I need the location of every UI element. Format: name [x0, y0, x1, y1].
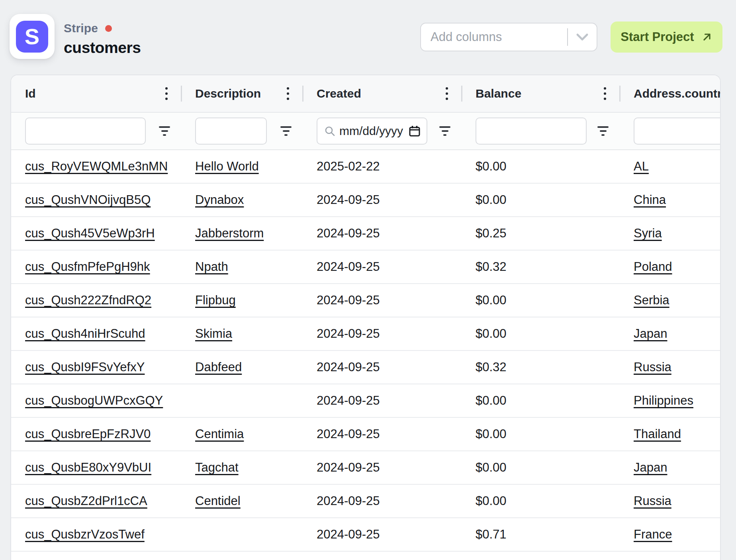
- column-menu-icon[interactable]: [165, 87, 168, 100]
- filter-icon[interactable]: [159, 126, 170, 136]
- column-menu-icon[interactable]: [287, 87, 289, 100]
- created-value: 2024-09-25: [317, 226, 380, 241]
- description-link[interactable]: Npath: [195, 260, 228, 274]
- status-dot: [105, 25, 112, 32]
- balance-value: $0.00: [476, 394, 507, 408]
- address-country-filter-input[interactable]: [634, 117, 721, 145]
- balance-value: $0.00: [476, 159, 507, 174]
- created-value: 2024-09-25: [317, 260, 380, 274]
- table-row: cus_Qush222ZfndRQ2 Flipbug 2024-09-25 $0…: [11, 284, 720, 317]
- created-value: 2025-02-22: [317, 159, 380, 174]
- customer-id-link[interactable]: cus_QusbE80xY9VbUI: [25, 460, 151, 475]
- description-link[interactable]: Centimia: [195, 427, 244, 441]
- description-link[interactable]: Dynabox: [195, 193, 244, 207]
- country-link[interactable]: Syria: [634, 226, 662, 241]
- table-row: cus_QusfmPfePgH9hk Npath 2024-09-25 $0.3…: [11, 251, 720, 284]
- country-link[interactable]: Poland: [634, 260, 672, 274]
- filter-icon[interactable]: [439, 126, 450, 136]
- balance-filter-input[interactable]: [476, 117, 587, 145]
- country-link[interactable]: France: [634, 527, 672, 542]
- table-row: cus_QusbE80xY9VbUI Tagchat 2024-09-25 $0…: [11, 451, 720, 485]
- country-link[interactable]: China: [634, 193, 666, 207]
- table-row: cus_QusbZ2dPrl1cCA Centidel 2024-09-25 $…: [11, 485, 720, 518]
- stripe-logo-letter: S: [25, 25, 39, 48]
- country-link[interactable]: Serbia: [634, 293, 669, 307]
- table-filter-row: mm/dd/yyyy: [11, 113, 720, 150]
- customer-id-link[interactable]: cus_Qush222ZfndRQ2: [25, 293, 151, 307]
- filter-icon[interactable]: [597, 126, 609, 136]
- table-row: cus_QushVNOijvqB5Q Dynabox 2024-09-25 $0…: [11, 184, 720, 217]
- arrow-up-right-icon: [701, 31, 713, 43]
- balance-value: $0.71: [476, 527, 507, 542]
- customer-id-link[interactable]: cus_QusbogUWPcxGQY: [25, 394, 163, 408]
- balance-value: $0.00: [476, 293, 507, 307]
- column-menu-icon[interactable]: [604, 87, 606, 100]
- date-placeholder: mm/dd/yyyy: [339, 124, 405, 138]
- country-link[interactable]: Japan: [634, 327, 667, 341]
- balance-value: $0.00: [476, 427, 507, 441]
- description-link[interactable]: Tagchat: [195, 460, 239, 475]
- start-project-button[interactable]: Start Project: [611, 22, 722, 53]
- customer-id-link[interactable]: cus_QusbzrVzosTwef: [25, 527, 145, 542]
- table-row: cus_QusbreEpFzRJV0 Centimia 2024-09-25 $…: [11, 418, 720, 451]
- id-filter-input[interactable]: [25, 117, 146, 145]
- column-header-description: Description: [181, 75, 303, 112]
- column-menu-icon[interactable]: [446, 87, 448, 100]
- filter-icon[interactable]: [280, 126, 292, 136]
- brand-label: Stripe: [64, 22, 98, 35]
- chevron-down-icon[interactable]: [568, 33, 597, 41]
- balance-value: $0.25: [476, 226, 507, 241]
- page-header: Stripe customers: [64, 22, 141, 57]
- description-link[interactable]: Jabberstorm: [195, 226, 264, 241]
- created-value: 2024-09-25: [317, 394, 380, 408]
- description-filter-input[interactable]: [195, 117, 267, 145]
- column-header-address-country: Address.country: [620, 75, 721, 112]
- created-value: 2024-09-25: [317, 193, 380, 207]
- balance-value: $0.00: [476, 494, 507, 508]
- customer-id-link[interactable]: cus_Qush45V5eWp3rH: [25, 226, 155, 241]
- column-header-balance: Balance: [462, 75, 620, 112]
- table-header-row: Id Description Created Balance Address.c…: [11, 75, 720, 113]
- balance-value: $0.00: [476, 193, 507, 207]
- created-value: 2024-09-25: [317, 360, 380, 374]
- description-link[interactable]: Dabfeed: [195, 360, 242, 374]
- customer-id-link[interactable]: cus_QushVNOijvqB5Q: [25, 193, 151, 207]
- customer-id-link[interactable]: cus_QusbreEpFzRJV0: [25, 427, 151, 441]
- column-header-created: Created: [303, 75, 462, 112]
- table-row: cus_QusbzrVzosTwef 2024-09-25 $0.71 Fran…: [11, 518, 720, 552]
- country-link[interactable]: Russia: [634, 494, 671, 508]
- created-value: 2024-09-25: [317, 527, 380, 542]
- calendar-icon[interactable]: [408, 125, 421, 137]
- start-project-label: Start Project: [621, 30, 694, 44]
- description-link[interactable]: Centidel: [195, 494, 241, 508]
- customer-id-link[interactable]: cus_RoyVEWQMLe3nMN: [25, 159, 168, 174]
- search-icon: [324, 125, 336, 137]
- description-link[interactable]: Hello World: [195, 159, 259, 174]
- table-body: cus_RoyVEWQMLe3nMN Hello World 2025-02-2…: [11, 150, 720, 552]
- balance-value: $0.00: [476, 327, 507, 341]
- country-link[interactable]: Thailand: [634, 427, 681, 441]
- table-row: cus_RoyVEWQMLe3nMN Hello World 2025-02-2…: [11, 150, 720, 184]
- page-title: customers: [64, 39, 141, 57]
- customer-id-link[interactable]: cus_QusbZ2dPrl1cCA: [25, 494, 147, 508]
- stripe-logo-icon: S: [16, 21, 48, 53]
- country-link[interactable]: Russia: [634, 360, 671, 374]
- table-row: cus_Qush45V5eWp3rH Jabberstorm 2024-09-2…: [11, 217, 720, 251]
- created-value: 2024-09-25: [317, 494, 380, 508]
- customer-id-link[interactable]: cus_Qush4niHrScuhd: [25, 327, 145, 341]
- country-link[interactable]: AL: [634, 159, 649, 174]
- customer-id-link[interactable]: cus_QusfmPfePgH9hk: [25, 260, 150, 274]
- country-link[interactable]: Japan: [634, 460, 667, 475]
- description-link[interactable]: Skimia: [195, 327, 232, 341]
- created-value: 2024-09-25: [317, 327, 380, 341]
- column-header-id: Id: [11, 75, 181, 112]
- table-row: cus_QusbogUWPcxGQY 2024-09-25 $0.00 Phil…: [11, 384, 720, 418]
- balance-value: $0.00: [476, 460, 507, 475]
- add-columns-select[interactable]: Add columns: [420, 23, 597, 51]
- customer-id-link[interactable]: cus_QusbI9FSvYefxY: [25, 360, 145, 374]
- add-columns-placeholder: Add columns: [431, 30, 567, 44]
- description-link[interactable]: Flipbug: [195, 293, 236, 307]
- created-value: 2024-09-25: [317, 460, 380, 475]
- created-date-filter-input[interactable]: mm/dd/yyyy: [317, 117, 427, 145]
- country-link[interactable]: Philippines: [634, 394, 693, 408]
